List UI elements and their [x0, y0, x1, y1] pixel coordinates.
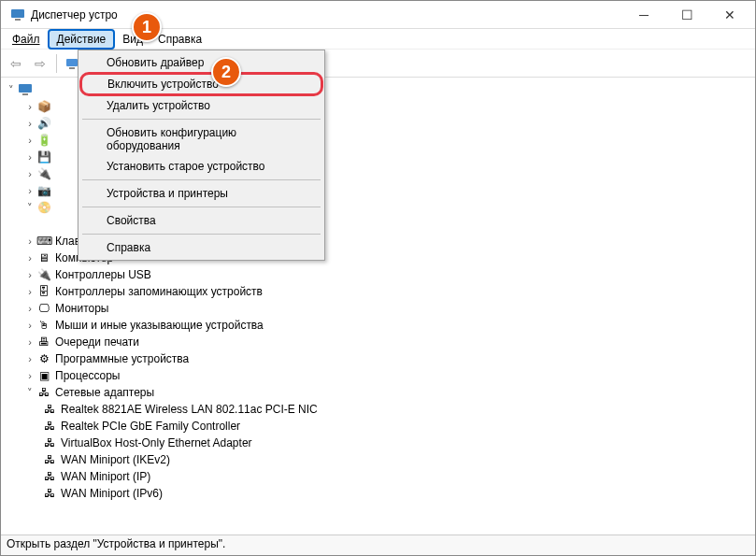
- storage-icon: 🗄: [36, 284, 51, 299]
- menu-update-driver[interactable]: Обновить драйвер: [80, 52, 322, 73]
- annotation-callout-1: 1: [132, 12, 162, 42]
- menu-action[interactable]: Действие: [48, 29, 116, 50]
- device-icon: 🔌: [36, 166, 51, 181]
- chevron-right-icon[interactable]: ›: [23, 353, 36, 364]
- menu-separator: [82, 179, 321, 180]
- menu-enable-device[interactable]: Включить устройство: [79, 72, 323, 96]
- chevron-right-icon[interactable]: ›: [23, 118, 36, 129]
- device-icon: 🔋: [36, 133, 51, 148]
- titlebar: Диспетчер устро ─ ☐ ✕: [1, 1, 755, 29]
- network-adapter-icon: 🖧: [42, 402, 57, 417]
- menu-separator: [82, 119, 321, 120]
- keyboard-icon: ⌨: [36, 234, 51, 249]
- forward-button[interactable]: ⇨: [29, 52, 51, 75]
- svg-rect-9: [22, 93, 28, 95]
- tree-category-processors[interactable]: ›▣Процессоры: [5, 367, 751, 384]
- monitor-icon: 🖵: [36, 301, 51, 316]
- chevron-right-icon[interactable]: ›: [23, 185, 36, 196]
- device-icon: 📀: [36, 200, 51, 215]
- chevron-right-icon[interactable]: ›: [23, 135, 36, 146]
- chevron-down-icon[interactable]: ˅: [23, 387, 36, 399]
- chevron-right-icon[interactable]: ›: [23, 269, 36, 280]
- software-icon: ⚙: [36, 351, 51, 366]
- window-controls: ─ ☐ ✕: [622, 1, 751, 29]
- tree-item-network-adapter[interactable]: 🖧Realtek 8821AE Wireless LAN 802.11ac PC…: [5, 401, 751, 418]
- device-icon: 📷: [36, 183, 51, 198]
- tree-category-software[interactable]: ›⚙Программные устройства: [5, 350, 751, 367]
- cpu-icon: ▣: [36, 368, 51, 383]
- tree-category-monitors[interactable]: ›🖵Мониторы: [5, 300, 751, 317]
- device-icon: 🔊: [36, 116, 51, 131]
- device-icon: 💾: [36, 150, 51, 164]
- network-icon: 🖧: [36, 385, 51, 400]
- chevron-right-icon[interactable]: ›: [23, 252, 36, 264]
- svg-rect-8: [19, 84, 32, 93]
- printer-icon: 🖶: [36, 335, 51, 349]
- tree-item-network-adapter[interactable]: 🖧WAN Miniport (IPv6): [5, 485, 751, 502]
- network-adapter-icon: 🖧: [42, 486, 57, 501]
- menu-separator: [82, 207, 321, 207]
- mouse-icon: 🖱: [36, 318, 51, 333]
- tree-category-mice[interactable]: ›🖱Мыши и иные указывающие устройства: [5, 317, 751, 334]
- chevron-right-icon[interactable]: ›: [23, 336, 36, 348]
- usb-icon: 🔌: [36, 267, 51, 282]
- app-icon: [10, 7, 25, 22]
- device-icon: 📦: [36, 99, 51, 114]
- menu-add-legacy[interactable]: Установить старое устройство: [80, 156, 322, 177]
- device-icon: [55, 217, 70, 232]
- chevron-down-icon[interactable]: ˅: [23, 202, 36, 214]
- chevron-right-icon[interactable]: ›: [23, 168, 36, 179]
- chevron-right-icon[interactable]: ›: [23, 235, 36, 247]
- action-dropdown: Обновить драйвер Включить устройство Уда…: [78, 50, 325, 261]
- chevron-right-icon[interactable]: ›: [23, 320, 36, 331]
- chevron-right-icon[interactable]: ›: [23, 151, 36, 163]
- chevron-right-icon[interactable]: ›: [23, 303, 36, 314]
- chevron-down-icon[interactable]: ˅: [5, 84, 18, 96]
- tree-category-print-queues[interactable]: ›🖶Очереди печати: [5, 334, 751, 350]
- computer-icon: 🖥: [36, 250, 51, 265]
- menu-devices-printers[interactable]: Устройства и принтеры: [80, 183, 322, 204]
- computer-icon: [18, 82, 33, 97]
- maximize-button[interactable]: ☐: [665, 1, 708, 29]
- menu-properties[interactable]: Свойства: [80, 210, 322, 231]
- minimize-button[interactable]: ─: [622, 1, 665, 29]
- menu-scan-hardware[interactable]: Обновить конфигурацию оборудования: [80, 122, 322, 156]
- statusbar: Открыть раздел "Устройства и принтеры".: [1, 535, 755, 555]
- svg-rect-1: [15, 19, 21, 21]
- network-adapter-icon: 🖧: [42, 452, 57, 467]
- chevron-right-icon[interactable]: ›: [23, 370, 36, 381]
- tree-item-network-adapter[interactable]: 🖧WAN Miniport (IP): [5, 468, 751, 485]
- tree-category-storage[interactable]: ›🗄Контроллеры запоминающих устройств: [5, 283, 751, 300]
- network-adapter-icon: 🖧: [42, 419, 57, 434]
- tree-category-usb[interactable]: ›🔌Контроллеры USB: [5, 266, 751, 283]
- chevron-right-icon[interactable]: ›: [23, 101, 36, 112]
- window-title: Диспетчер устро: [31, 8, 622, 21]
- menu-separator: [82, 234, 321, 235]
- close-button[interactable]: ✕: [708, 1, 751, 29]
- menubar: Файл Действие Вид Справка: [1, 29, 755, 50]
- tree-item-network-adapter[interactable]: 🖧WAN Miniport (IKEv2): [5, 451, 751, 468]
- menu-file[interactable]: Файл: [5, 31, 48, 48]
- tree-item-network-adapter[interactable]: 🖧Realtek PCIe GbE Family Controller: [5, 418, 751, 435]
- back-button[interactable]: ⇦: [5, 52, 27, 75]
- menu-remove-device[interactable]: Удалить устройство: [80, 95, 322, 116]
- toolbar-separator: [56, 54, 57, 73]
- chevron-right-icon[interactable]: ›: [23, 286, 36, 297]
- annotation-callout-2: 2: [211, 57, 241, 87]
- network-adapter-icon: 🖧: [42, 435, 57, 450]
- tree-item-network-adapter[interactable]: 🖧VirtualBox Host-Only Ethernet Adapter: [5, 435, 751, 451]
- svg-rect-2: [66, 59, 78, 66]
- tree-category-network[interactable]: ˅🖧Сетевые адаптеры: [5, 384, 751, 401]
- statusbar-text: Открыть раздел "Устройства и принтеры".: [7, 537, 225, 550]
- menu-help[interactable]: Справка: [80, 237, 322, 258]
- network-adapter-icon: 🖧: [42, 469, 57, 484]
- svg-rect-0: [11, 9, 24, 18]
- svg-rect-3: [69, 67, 75, 69]
